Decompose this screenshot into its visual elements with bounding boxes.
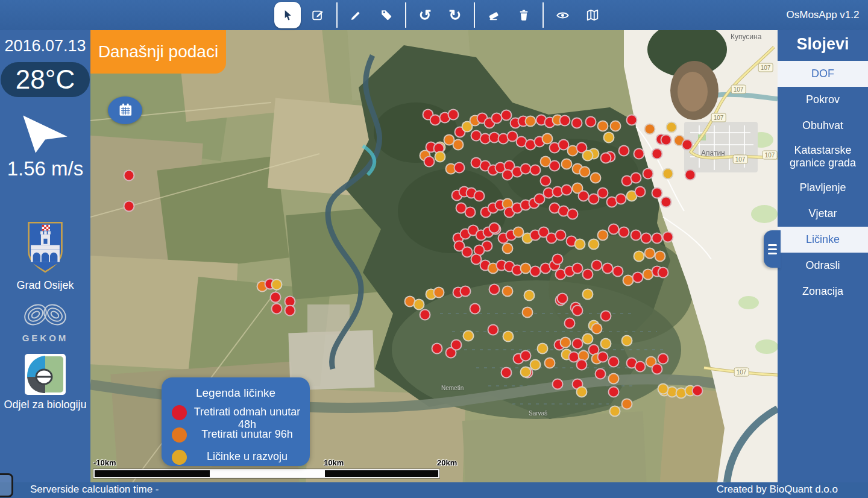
larva-marker[interactable] [652,148,663,160]
larva-marker[interactable] [685,169,696,181]
larva-marker[interactable] [564,318,576,329]
larva-marker[interactable] [578,191,590,202]
larva-marker[interactable] [631,230,642,241]
larva-marker[interactable] [597,121,609,132]
larva-marker[interactable] [644,124,656,135]
toolbar-eye-button[interactable] [549,2,576,28]
larva-marker[interactable] [618,145,630,157]
larva-marker[interactable] [560,337,571,348]
larva-marker[interactable] [474,191,485,202]
larva-marker[interactable] [635,186,646,198]
larva-marker[interactable] [600,310,612,322]
larva-marker[interactable] [597,188,609,199]
larva-marker[interactable] [124,170,135,181]
larva-marker[interactable] [666,122,678,133]
larva-marker[interactable] [603,132,615,143]
larva-marker[interactable] [501,367,512,379]
larva-marker[interactable] [661,134,672,146]
larva-marker[interactable] [552,379,564,390]
larva-marker[interactable] [591,260,603,271]
larva-marker[interactable] [635,361,646,373]
larva-marker[interactable] [502,243,514,254]
larva-marker[interactable] [530,165,541,176]
toolbar-redo-button[interactable]: ↻ [442,2,468,28]
larva-marker[interactable] [658,353,669,365]
larva-marker[interactable] [285,305,296,317]
toolbar-map-button[interactable] [579,2,606,28]
toolbar-edit-button[interactable] [304,2,331,28]
larva-marker[interactable] [658,267,669,279]
sidebar-item-dof[interactable]: DOF [778,61,868,87]
larva-marker[interactable] [454,162,465,174]
corner-widget[interactable] [0,473,13,497]
larva-marker[interactable] [609,406,621,417]
larva-marker[interactable] [503,331,514,342]
larva-marker[interactable] [655,251,666,262]
larva-marker[interactable] [652,233,663,244]
larva-marker[interactable] [555,230,567,241]
larva-marker[interactable] [595,368,606,380]
larva-marker[interactable] [662,232,674,243]
larva-marker[interactable] [682,139,693,151]
larva-marker[interactable] [608,386,620,398]
sidebar-item-pokrov[interactable]: Pokrov [778,87,868,113]
larva-marker[interactable] [544,358,556,369]
larva-marker[interactable] [470,303,481,315]
larva-marker[interactable] [600,153,612,164]
larva-marker[interactable] [576,359,588,371]
larva-marker[interactable] [271,279,283,291]
larva-marker[interactable] [662,168,674,180]
larva-marker[interactable] [552,254,564,265]
larva-marker[interactable] [522,307,533,318]
larva-marker[interactable] [608,224,620,235]
sidebar-item-plavljenje[interactable]: Plavljenje [778,175,868,201]
larva-marker[interactable] [582,150,594,162]
larva-marker[interactable] [524,290,535,301]
larva-marker[interactable] [641,233,652,244]
larva-marker[interactable] [571,118,583,129]
larva-marker[interactable] [414,299,425,310]
larva-marker[interactable] [271,303,283,315]
larva-marker[interactable] [585,116,597,128]
larva-marker[interactable] [537,343,549,355]
larva-marker[interactable] [561,159,573,170]
larva-marker[interactable] [561,184,573,196]
larva-marker[interactable] [597,351,609,363]
larva-marker[interactable] [540,175,552,187]
larva-marker[interactable] [489,284,500,295]
larva-marker[interactable] [610,121,621,132]
larva-marker[interactable] [463,330,474,342]
larva-marker[interactable] [588,239,600,250]
toolbar-eraser-button[interactable] [480,2,507,28]
calendar-button[interactable] [108,96,142,124]
larva-marker[interactable] [453,139,464,151]
larva-marker[interactable] [530,359,541,371]
sidebar-item-li-inke[interactable]: Ličinke [778,227,868,253]
larva-marker[interactable] [424,156,435,168]
larva-marker[interactable] [502,286,514,297]
larva-marker[interactable] [488,324,499,336]
larva-marker[interactable] [420,309,431,321]
larva-marker[interactable] [549,160,561,172]
larva-marker[interactable] [432,343,443,355]
larva-marker[interactable] [621,335,633,347]
larva-marker[interactable] [626,115,638,126]
toolbar-trash-button[interactable] [511,2,537,28]
larva-marker[interactable] [557,293,568,304]
larva-marker[interactable] [618,227,630,238]
larva-marker[interactable] [582,289,594,300]
larva-marker[interactable] [567,209,579,220]
larva-marker[interactable] [608,373,620,385]
larva-marker[interactable] [448,109,459,121]
larva-marker[interactable] [465,207,476,218]
larva-marker[interactable] [652,188,663,199]
sidebar-toggle-button[interactable] [764,230,781,268]
larva-marker[interactable] [574,239,586,250]
larva-marker[interactable] [270,292,281,303]
larva-marker[interactable] [612,266,624,277]
larva-marker[interactable] [634,148,645,160]
larva-marker[interactable] [460,286,471,297]
toolbar-pointer-button[interactable] [274,2,301,28]
larva-marker[interactable] [608,356,620,368]
map-canvas[interactable]: АпатинКупусинаNemetinSarvaš1071071071071… [90,30,778,482]
